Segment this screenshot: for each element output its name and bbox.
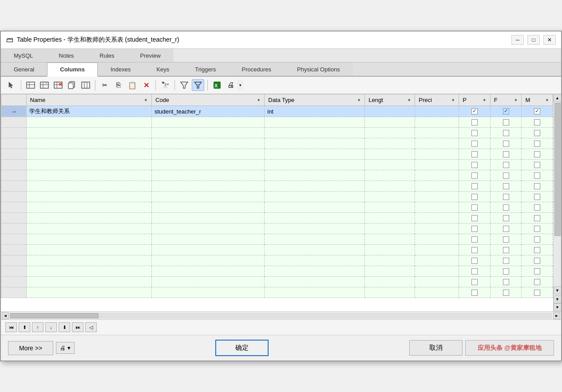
toolbar-excel-btn[interactable]: X xyxy=(211,79,223,91)
m-cell[interactable] xyxy=(522,192,553,202)
code-cell[interactable] xyxy=(152,138,265,149)
precision-cell[interactable] xyxy=(415,106,459,117)
f-checkbox[interactable] xyxy=(503,108,509,114)
nav-next-btn[interactable]: ↓ xyxy=(45,322,57,332)
name-cell[interactable] xyxy=(26,128,152,138)
precision-sort-icon[interactable]: ▼ xyxy=(451,98,455,102)
m-checkbox[interactable] xyxy=(534,194,540,200)
m-cell[interactable] xyxy=(522,106,553,117)
precision-cell[interactable] xyxy=(415,117,459,128)
f-checkbox[interactable] xyxy=(503,130,509,136)
m-cell[interactable] xyxy=(522,117,553,128)
m-cell[interactable] xyxy=(522,223,553,234)
f-cell[interactable] xyxy=(490,277,522,287)
length-cell[interactable] xyxy=(365,106,415,117)
length-cell[interactable] xyxy=(365,277,415,287)
toolbar-paste-btn[interactable]: 📋 xyxy=(126,79,139,91)
table-row[interactable] xyxy=(1,255,553,266)
datatype-cell[interactable] xyxy=(265,287,365,298)
p-cell[interactable] xyxy=(459,170,491,181)
m-cell[interactable] xyxy=(522,287,553,298)
precision-cell[interactable] xyxy=(415,170,459,181)
nav-expand-btn[interactable]: ◁ xyxy=(85,322,97,332)
code-cell[interactable] xyxy=(152,245,265,255)
toolbar-add-row-btn[interactable] xyxy=(24,79,37,91)
p-checkbox[interactable] xyxy=(471,226,478,232)
code-cell[interactable] xyxy=(152,170,265,181)
m-cell[interactable] xyxy=(522,213,553,223)
name-sort-icon[interactable]: ▼ xyxy=(144,98,148,102)
close-button[interactable]: ✕ xyxy=(543,35,556,45)
m-cell[interactable] xyxy=(522,277,553,287)
length-cell[interactable] xyxy=(365,117,415,128)
m-checkbox[interactable] xyxy=(534,247,540,253)
length-cell[interactable] xyxy=(365,202,415,213)
p-checkbox[interactable] xyxy=(471,258,478,264)
table-row[interactable] xyxy=(1,234,553,245)
f-checkbox[interactable] xyxy=(503,141,509,147)
p-cell[interactable] xyxy=(459,245,491,255)
f-cell[interactable] xyxy=(490,138,522,149)
p-checkbox[interactable] xyxy=(471,108,478,114)
table-row[interactable] xyxy=(1,117,553,128)
name-cell[interactable] xyxy=(26,287,152,298)
hscroll-left-btn[interactable]: ◄ xyxy=(2,312,9,319)
f-checkbox[interactable] xyxy=(503,215,509,221)
length-cell[interactable] xyxy=(365,160,415,170)
f-cell[interactable] xyxy=(490,181,522,192)
p-cell[interactable] xyxy=(459,192,491,202)
nav-first-btn[interactable]: ⏮ xyxy=(5,322,17,332)
toolbar-filter-btn[interactable] xyxy=(178,79,190,91)
f-checkbox[interactable] xyxy=(503,236,509,243)
confirm-button[interactable]: 确定 xyxy=(215,340,269,356)
table-row[interactable] xyxy=(1,170,553,181)
m-checkbox[interactable] xyxy=(534,119,540,125)
p-checkbox[interactable] xyxy=(471,204,478,211)
name-cell[interactable] xyxy=(26,213,152,223)
length-cell[interactable] xyxy=(365,192,415,202)
table-row[interactable] xyxy=(1,192,553,202)
p-checkbox[interactable] xyxy=(471,151,478,157)
table-row[interactable] xyxy=(1,266,553,277)
p-checkbox[interactable] xyxy=(471,279,478,285)
f-checkbox[interactable] xyxy=(503,151,509,157)
hscroll-right-btn[interactable]: ► xyxy=(553,312,560,319)
scroll-up-btn[interactable]: ▲ xyxy=(554,94,562,102)
code-cell[interactable] xyxy=(152,181,265,192)
m-checkbox[interactable] xyxy=(534,172,540,179)
code-cell[interactable] xyxy=(152,160,265,170)
tab-general[interactable]: General xyxy=(1,63,47,76)
p-cell[interactable] xyxy=(459,128,491,138)
datatype-cell[interactable] xyxy=(265,234,365,245)
code-cell[interactable] xyxy=(152,149,265,160)
toolbar-select-btn[interactable] xyxy=(5,79,18,91)
f-checkbox[interactable] xyxy=(503,119,509,125)
scroll-down-btn-1[interactable]: ▼ xyxy=(554,286,562,294)
m-cell[interactable] xyxy=(522,170,553,181)
p-cell[interactable] xyxy=(459,213,491,223)
nav-prev-all-btn[interactable]: ⬆ xyxy=(19,322,30,332)
table-row[interactable] xyxy=(1,245,553,255)
m-checkbox[interactable] xyxy=(534,258,540,264)
datatype-cell[interactable] xyxy=(265,213,365,223)
precision-cell[interactable] xyxy=(415,213,459,223)
precision-cell[interactable] xyxy=(415,160,459,170)
m-cell[interactable] xyxy=(522,255,553,266)
code-cell[interactable] xyxy=(152,277,265,287)
f-checkbox[interactable] xyxy=(503,172,509,179)
f-checkbox[interactable] xyxy=(503,279,509,285)
precision-cell[interactable] xyxy=(415,234,459,245)
code-cell[interactable] xyxy=(152,234,265,245)
p-checkbox[interactable] xyxy=(471,172,478,179)
cancel-button[interactable]: 取消 xyxy=(409,340,463,356)
p-cell[interactable] xyxy=(459,255,491,266)
col-header-name[interactable]: Name ▼ xyxy=(26,94,152,106)
precision-cell[interactable] xyxy=(415,138,459,149)
p-cell[interactable] xyxy=(459,223,491,234)
m-cell[interactable] xyxy=(522,202,553,213)
name-cell[interactable] xyxy=(26,170,152,181)
length-cell[interactable] xyxy=(365,245,415,255)
f-checkbox[interactable] xyxy=(503,204,509,211)
precision-cell[interactable] xyxy=(415,266,459,277)
p-cell[interactable] xyxy=(459,234,491,245)
